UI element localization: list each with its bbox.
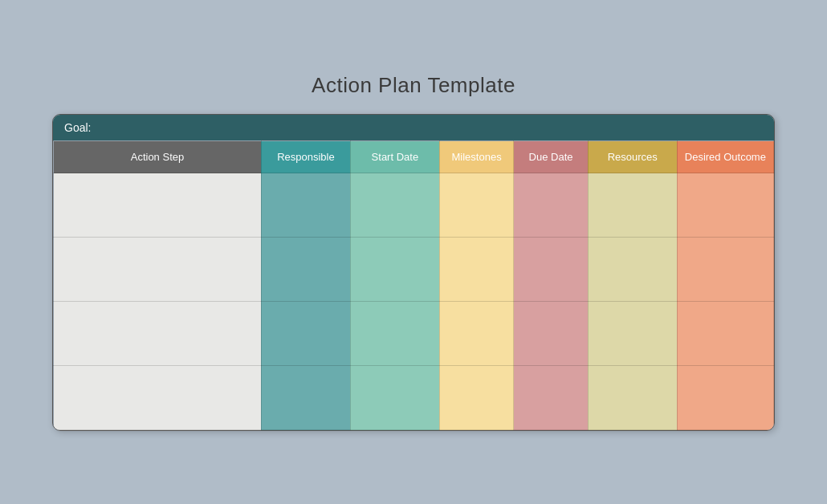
table-row <box>54 173 774 238</box>
header-outcome: Desired Outcome <box>677 141 773 173</box>
cell-duedate-4[interactable] <box>514 366 588 430</box>
goal-label: Goal: <box>64 121 91 134</box>
cell-resources-2[interactable] <box>588 238 677 302</box>
action-plan-table: Action StepResponsibleStart DateMileston… <box>53 140 774 430</box>
table-row <box>54 302 774 366</box>
cell-action-1[interactable] <box>54 173 262 238</box>
table-row <box>54 238 774 302</box>
header-startdate: Start Date <box>350 141 439 173</box>
cell-responsible-3[interactable] <box>261 302 350 366</box>
table-header-row: Action StepResponsibleStart DateMileston… <box>54 141 774 173</box>
table-body <box>54 173 774 430</box>
cell-action-3[interactable] <box>54 302 262 366</box>
cell-startdate-3[interactable] <box>350 302 439 366</box>
cell-action-4[interactable] <box>54 366 262 430</box>
cell-milestones-2[interactable] <box>439 238 513 302</box>
cell-startdate-1[interactable] <box>350 173 439 238</box>
cell-startdate-2[interactable] <box>350 238 439 302</box>
cell-resources-4[interactable] <box>588 366 677 430</box>
goal-row: Goal: <box>53 115 774 140</box>
cell-outcome-4[interactable] <box>677 366 773 430</box>
cell-resources-1[interactable] <box>588 173 677 238</box>
cell-action-2[interactable] <box>54 238 262 302</box>
header-action: Action Step <box>54 141 262 173</box>
cell-resources-3[interactable] <box>588 302 677 366</box>
cell-startdate-4[interactable] <box>350 366 439 430</box>
cell-responsible-2[interactable] <box>261 238 350 302</box>
cell-duedate-3[interactable] <box>514 302 588 366</box>
page-title: Action Plan Template <box>312 73 515 98</box>
cell-outcome-1[interactable] <box>677 173 773 238</box>
cell-outcome-2[interactable] <box>677 238 773 302</box>
table-row <box>54 366 774 430</box>
cell-milestones-1[interactable] <box>439 173 513 238</box>
cell-milestones-4[interactable] <box>439 366 513 430</box>
cell-responsible-4[interactable] <box>261 366 350 430</box>
header-duedate: Due Date <box>514 141 588 173</box>
cell-responsible-1[interactable] <box>261 173 350 238</box>
table-container: Goal: Action StepResponsibleStart DateMi… <box>52 114 775 431</box>
header-milestones: Milestones <box>439 141 513 173</box>
header-resources: Resources <box>588 141 677 173</box>
cell-milestones-3[interactable] <box>439 302 513 366</box>
cell-duedate-1[interactable] <box>514 173 588 238</box>
cell-outcome-3[interactable] <box>677 302 773 366</box>
cell-duedate-2[interactable] <box>514 238 588 302</box>
header-responsible: Responsible <box>261 141 350 173</box>
